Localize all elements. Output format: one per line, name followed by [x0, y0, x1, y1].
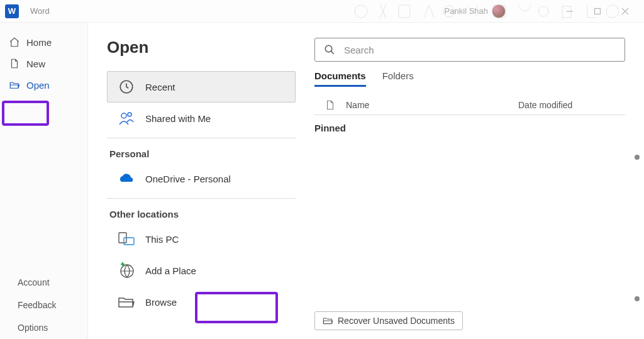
open-content: Open Recent Shared with Me Personal: [88, 23, 644, 339]
people-icon: [118, 109, 135, 127]
location-recent[interactable]: Recent: [107, 71, 296, 103]
nav-account[interactable]: Account: [0, 271, 87, 294]
nav-account-label: Account: [18, 277, 50, 287]
user-name: Pankil Shah: [445, 6, 488, 16]
location-thispc-label: This PC: [145, 234, 179, 245]
search-input[interactable]: [344, 45, 616, 55]
nav-new-label: New: [26, 58, 45, 69]
location-recent-label: Recent: [145, 82, 175, 92]
svg-line-18: [331, 51, 334, 54]
svg-point-17: [325, 45, 332, 52]
recover-label: Recover Unsaved Documents: [338, 316, 455, 326]
folder-icon: [118, 293, 135, 311]
close-button[interactable]: [611, 2, 639, 21]
nav-home[interactable]: Home: [0, 31, 87, 53]
folder-open-icon: [9, 79, 20, 91]
tab-documents[interactable]: Documents: [314, 70, 366, 87]
svg-point-13: [128, 113, 131, 116]
maximize-button[interactable]: [584, 2, 611, 21]
heading-other: Other locations: [107, 203, 296, 223]
location-onedrive-label: OneDrive - Personal: [145, 174, 231, 184]
app-title: Word: [30, 6, 50, 16]
add-place-icon: [118, 262, 135, 279]
svg-rect-8: [595, 8, 601, 14]
svg-rect-1: [399, 5, 410, 18]
svg-rect-15: [124, 238, 134, 245]
nav-feedback-label: Feedback: [18, 300, 56, 310]
backstage-nav: Home New Open Account Feedback Options: [0, 23, 88, 339]
column-name[interactable]: Name: [336, 100, 518, 110]
nav-home-label: Home: [26, 37, 52, 48]
column-date[interactable]: Date modified: [518, 100, 625, 110]
scroll-thumb-icon: [635, 155, 640, 160]
minimize-button[interactable]: [556, 2, 584, 21]
location-addplace[interactable]: Add a Place: [107, 255, 296, 286]
location-browse-label: Browse: [145, 297, 177, 308]
page-title: Open: [107, 38, 296, 57]
columns-header: Name Date modified: [314, 96, 625, 115]
clock-icon: [118, 78, 135, 96]
recover-unsaved-button[interactable]: Recover Unsaved Documents: [314, 311, 463, 330]
svg-point-0: [355, 5, 367, 18]
search-icon: [324, 44, 335, 55]
heading-personal: Personal: [107, 142, 296, 163]
tab-folders[interactable]: Folders: [382, 70, 414, 87]
scrollbar[interactable]: [634, 155, 640, 301]
folder-open-icon: [323, 316, 333, 325]
search-box[interactable]: [314, 38, 625, 62]
location-browse[interactable]: Browse: [107, 286, 296, 318]
divider: [107, 138, 296, 138]
tabs: Documents Folders: [314, 70, 625, 87]
svg-point-12: [121, 113, 126, 118]
onedrive-icon: [118, 170, 135, 187]
location-shared-label: Shared with Me: [145, 113, 211, 124]
user-area[interactable]: Pankil Shah: [445, 4, 506, 18]
avatar: [492, 4, 506, 18]
document-icon: [325, 99, 336, 111]
location-shared[interactable]: Shared with Me: [107, 103, 296, 134]
nav-open-label: Open: [26, 80, 50, 91]
nav-options[interactable]: Options: [0, 316, 87, 339]
window-controls: [556, 2, 639, 21]
location-thispc[interactable]: This PC: [107, 223, 296, 255]
thispc-icon: [118, 230, 135, 248]
location-addplace-label: Add a Place: [145, 265, 196, 276]
document-icon: [9, 58, 20, 69]
svg-point-4: [538, 6, 548, 16]
nav-options-label: Options: [18, 323, 48, 333]
nav-feedback[interactable]: Feedback: [0, 294, 87, 316]
word-logo-icon: W: [5, 4, 19, 18]
home-icon: [9, 36, 20, 48]
nav-open[interactable]: Open: [0, 74, 87, 96]
titlebar: W Word Pankil Shah: [0, 0, 644, 23]
location-onedrive[interactable]: OneDrive - Personal: [107, 163, 296, 194]
divider: [107, 198, 296, 199]
section-pinned: Pinned: [314, 123, 625, 133]
nav-new[interactable]: New: [0, 53, 87, 74]
scroll-thumb-icon: [635, 296, 640, 301]
